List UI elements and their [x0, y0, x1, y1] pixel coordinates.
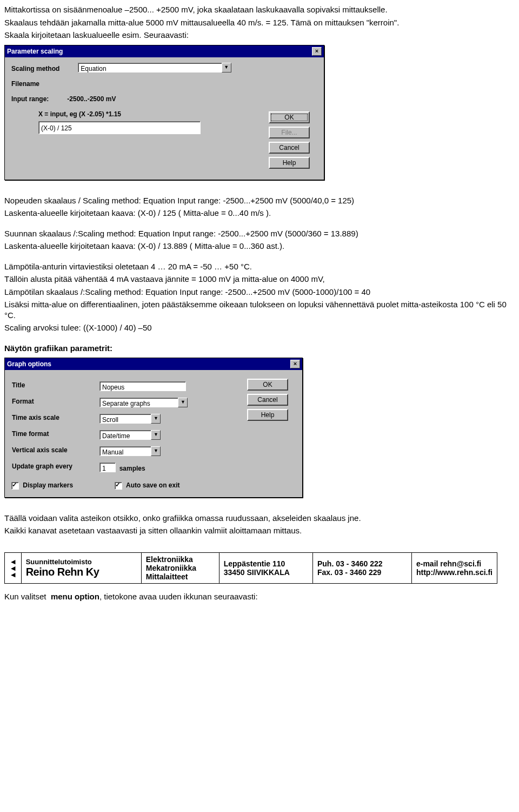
footer-col5a: e-mail rehn@sci.fi	[416, 559, 493, 568]
lampo-line-4: Lisäksi mitta-alue on differentiaalinen,…	[4, 299, 515, 320]
chevron-down-icon[interactable]: ▼	[178, 398, 188, 407]
vertical-axis-select[interactable]: Manual	[99, 446, 159, 456]
footer-col4b: Fax. 03 - 3460 229	[317, 568, 407, 577]
close-icon[interactable]: ×	[290, 360, 300, 368]
scaling-method-select[interactable]: Equation	[78, 63, 229, 72]
lampo-line-5: Scaling arvoksi tulee: ((X-1000) / 40) –…	[4, 322, 515, 333]
scaling-method-label: Scaling method	[11, 65, 76, 72]
chevron-down-icon[interactable]: ▼	[151, 414, 161, 424]
nopeus-line-2: Laskenta-alueelle kirjoitetaan kaava: (X…	[4, 208, 515, 219]
time-format-label: Time format	[11, 430, 49, 438]
cancel-button[interactable]: Cancel	[247, 394, 288, 406]
footer-col3a: Leppästentie 110	[224, 559, 308, 568]
footer-col5b: http://www.rehn.sci.fi	[416, 568, 493, 577]
samples-label: samples	[119, 465, 145, 472]
footer-col2a: Elektroniikka	[146, 555, 215, 564]
chevron-down-icon[interactable]: ▼	[151, 430, 161, 440]
vertical-axis-label: Vertical axis scale	[11, 446, 68, 454]
chevron-down-icon[interactable]: ▼	[151, 446, 161, 456]
suunta-line-1: Suunnan skaalaus /:Scaling method: Equat…	[4, 228, 515, 239]
ok-button[interactable]: OK	[269, 111, 310, 123]
graph-params-heading: Näytön grafiikan parametrit:	[4, 343, 515, 354]
cancel-button[interactable]: Cancel	[269, 142, 310, 154]
auto-save-label: Auto save on exit	[126, 481, 179, 489]
title-label: Title	[11, 381, 99, 390]
footer-arrows: ◀◀◀	[5, 553, 22, 583]
dialog2-title: Graph options	[7, 360, 51, 368]
file-button[interactable]: File...	[269, 127, 310, 138]
chevron-down-icon[interactable]: ▼	[222, 63, 231, 72]
input-range-label: Input range:	[11, 95, 65, 103]
format-select[interactable]: Separate graphs	[99, 398, 186, 407]
company-footer: ◀◀◀ Suunnittelutoimisto Reino Rehn Ky El…	[4, 552, 497, 584]
input-range-value: -2500..-2500 mV	[67, 95, 116, 103]
lampo-line-1: Lämpötila-anturin virtaviestiksi oleteta…	[4, 261, 515, 272]
title-input[interactable]: Nopeus	[99, 381, 186, 391]
time-format-select[interactable]: Date/time	[99, 430, 159, 440]
help-button[interactable]: Help	[247, 409, 288, 421]
update-every-label: Update graph every	[11, 462, 73, 471]
brand-big: Reino Rehn Ky	[26, 566, 137, 578]
ok-button[interactable]: OK	[247, 379, 288, 391]
x-input-label: X = input, eg (X -2.05) *1.15	[38, 110, 121, 118]
after-line-2: Kaikki kanavat asetetaan vastaavasti ja …	[4, 525, 515, 536]
footer-col2c: Mittalaitteet	[146, 572, 215, 581]
intro-line-3: Skaala kirjoitetaan laskualueelle esim. …	[4, 30, 515, 41]
after-line-1: Täällä voidaan valita asteikon otsikko, …	[4, 513, 515, 524]
time-axis-select[interactable]: Scroll	[99, 414, 159, 424]
lampo-line-2: Tällöin alusta pitää vähentää 4 mA vasta…	[4, 274, 515, 285]
nopeus-line-1: Nopeuden skaalaus / Scaling method: Equa…	[4, 195, 515, 206]
footer-col4a: Puh. 03 - 3460 222	[317, 559, 407, 568]
intro-line-1: Mittakortissa on sisäänmenoalue –2500...…	[4, 4, 515, 15]
lampo-line-3: Lämpötilan skaalaus /:Scaling method: Eq…	[4, 287, 515, 298]
display-markers-checkbox[interactable]	[11, 482, 19, 490]
parameter-scaling-dialog: Parameter scaling × Scaling method Equat…	[4, 45, 324, 180]
suunta-line-2: Laskenta-alueelle kirjoitetaan kaava: (X…	[4, 241, 515, 252]
intro-line-2: Skaalaus tehdään jakamalla mitta-alue 50…	[4, 17, 515, 28]
close-icon[interactable]: ×	[312, 47, 322, 56]
display-markers-label: Display markers	[23, 481, 73, 489]
last-line: Kun valitset menu option, tietokone avaa…	[4, 591, 515, 602]
formula-input[interactable]: (X-0) / 125	[38, 121, 201, 134]
format-label: Format	[11, 397, 35, 406]
help-button[interactable]: Help	[269, 157, 310, 169]
dialog1-title: Parameter scaling	[7, 48, 63, 55]
footer-col3b: 33450 SIIVIKKALA	[224, 568, 308, 577]
filename-label: Filename	[11, 80, 39, 88]
footer-col2b: Mekatroniikka	[146, 564, 215, 572]
graph-options-dialog: Graph options × Title Nopeus Format Sepa…	[4, 358, 303, 498]
time-axis-label: Time axis scale	[11, 413, 60, 422]
auto-save-checkbox[interactable]	[115, 482, 122, 490]
update-every-input[interactable]: 1	[99, 463, 116, 472]
brand-small: Suunnittelutoimisto	[26, 558, 137, 566]
